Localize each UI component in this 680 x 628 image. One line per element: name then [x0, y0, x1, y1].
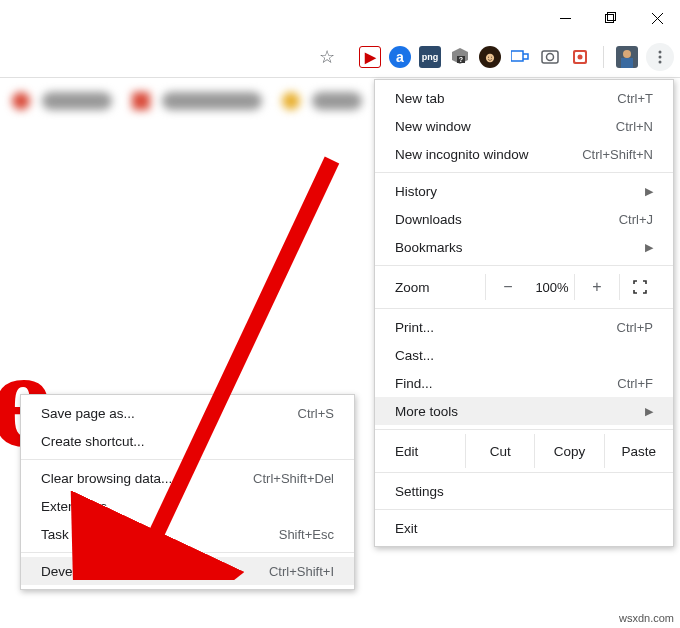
extension-icon-1[interactable]: ▶ [359, 46, 381, 68]
watermark: wsxdn.com [619, 612, 674, 624]
menu-separator [375, 265, 673, 266]
extension-icon-3[interactable]: png [419, 46, 441, 68]
menu-separator [375, 172, 673, 173]
bookmark-star-icon[interactable]: ☆ [313, 46, 341, 68]
menu-item-exit[interactable]: Exit [375, 514, 673, 542]
svg-text:?: ? [459, 56, 463, 63]
submenu-item-task-manager[interactable]: Task managerShift+Esc [21, 520, 354, 548]
paste-button[interactable]: Paste [604, 434, 673, 468]
extension-icon-6[interactable] [509, 46, 531, 68]
svg-rect-2 [608, 13, 616, 21]
submenu-item-developer-tools[interactable]: Developer toolsCtrl+Shift+I [21, 557, 354, 585]
menu-item-bookmarks[interactable]: Bookmarks▶ [375, 233, 673, 261]
submenu-item-save-page[interactable]: Save page as...Ctrl+S [21, 399, 354, 427]
window-maximize-button[interactable] [588, 0, 634, 36]
browser-toolbar: ☆ ▶ a png ? ☻ [0, 36, 680, 78]
chevron-right-icon: ▶ [645, 405, 653, 418]
menu-item-incognito[interactable]: New incognito windowCtrl+Shift+N [375, 140, 673, 168]
submenu-item-extensions[interactable]: Extensions [21, 492, 354, 520]
menu-item-history[interactable]: History▶ [375, 177, 673, 205]
chevron-right-icon: ▶ [645, 185, 653, 198]
menu-separator [375, 429, 673, 430]
window-minimize-button[interactable] [542, 0, 588, 36]
svg-point-15 [659, 50, 662, 53]
menu-item-print[interactable]: Print...Ctrl+P [375, 313, 673, 341]
menu-separator [375, 509, 673, 510]
titlebar [0, 0, 680, 36]
extension-icon-4[interactable]: ? [449, 46, 471, 68]
svg-point-17 [659, 60, 662, 63]
extension-icon-8[interactable] [569, 46, 591, 68]
menu-item-downloads[interactable]: DownloadsCtrl+J [375, 205, 673, 233]
chrome-main-menu: New tabCtrl+T New windowCtrl+N New incog… [374, 79, 674, 547]
chevron-right-icon: ▶ [645, 241, 653, 254]
svg-point-13 [623, 50, 631, 58]
zoom-out-button[interactable]: − [485, 274, 530, 300]
submenu-item-create-shortcut[interactable]: Create shortcut... [21, 427, 354, 455]
menu-separator [21, 552, 354, 553]
svg-rect-14 [621, 58, 633, 68]
zoom-value: 100% [530, 274, 574, 300]
menu-item-find[interactable]: Find...Ctrl+F [375, 369, 673, 397]
menu-item-settings[interactable]: Settings [375, 477, 673, 505]
chrome-menu-button[interactable] [646, 43, 674, 71]
fullscreen-button[interactable] [619, 274, 659, 300]
menu-item-new-tab[interactable]: New tabCtrl+T [375, 84, 673, 112]
menu-edit-row: Edit Cut Copy Paste [375, 434, 673, 468]
window-close-button[interactable] [634, 0, 680, 36]
omnibox-area: ☆ [0, 42, 351, 72]
menu-separator [375, 308, 673, 309]
menu-item-new-window[interactable]: New windowCtrl+N [375, 112, 673, 140]
profile-avatar[interactable] [616, 46, 638, 68]
menu-separator [375, 472, 673, 473]
svg-rect-1 [606, 15, 614, 23]
edit-label: Edit [395, 444, 465, 459]
svg-point-11 [578, 54, 583, 59]
toolbar-separator [603, 46, 604, 68]
menu-zoom-row: Zoom − 100% + [375, 270, 673, 304]
svg-point-16 [659, 55, 662, 58]
copy-button[interactable]: Copy [534, 434, 603, 468]
extension-icon-7[interactable] [539, 46, 561, 68]
cut-button[interactable]: Cut [465, 434, 534, 468]
menu-separator [21, 459, 354, 460]
more-tools-submenu: Save page as...Ctrl+S Create shortcut...… [20, 394, 355, 590]
zoom-in-button[interactable]: + [574, 274, 619, 300]
extension-icon-2[interactable]: a [389, 46, 411, 68]
extension-icon-5[interactable]: ☻ [479, 46, 501, 68]
submenu-item-clear-data[interactable]: Clear browsing data...Ctrl+Shift+Del [21, 464, 354, 492]
menu-item-more-tools[interactable]: More tools▶ [375, 397, 673, 425]
svg-point-8 [547, 53, 554, 60]
menu-item-cast[interactable]: Cast... [375, 341, 673, 369]
zoom-label: Zoom [395, 280, 485, 295]
